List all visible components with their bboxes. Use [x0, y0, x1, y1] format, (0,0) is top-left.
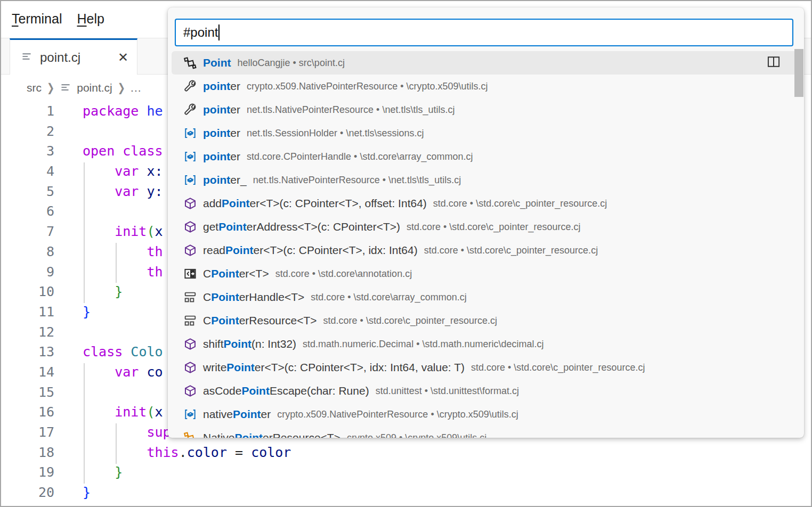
quickpick-item[interactable]: CPointerHandle<T>std.core • \std.core\ar…	[172, 285, 800, 309]
line-number: 8	[0, 242, 54, 262]
quickpick-item-detail: std.core • \std.core\c_pointer_resource.…	[407, 222, 788, 233]
line-number: 11	[0, 302, 54, 322]
line-number: 16	[0, 402, 54, 422]
quickpick-item-detail: crypto.x509.NativePointerResource • \cry…	[247, 81, 788, 92]
quickpick-item[interactable]: shiftPoint(n: Int32)std.math.numeric.Dec…	[172, 332, 800, 356]
quick-open-panel: #point PointhelloCangjie • src\point.cj …	[168, 7, 804, 438]
close-icon[interactable]: ✕	[118, 51, 128, 64]
code-text: sup	[83, 424, 171, 440]
quickpick-item-label: pointer	[203, 150, 240, 163]
tab-point-cj[interactable]: point.cj ✕	[10, 38, 137, 75]
menu-item-terminal[interactable]: Terminal	[4, 0, 69, 38]
symbol-method-icon	[184, 220, 197, 233]
code-text: var x:	[83, 163, 163, 179]
quickpick-item[interactable]: CPointer<T>std.core • \std.core\annotati…	[172, 262, 800, 285]
quickpick-item-detail: std.core • \std.core\annotation.cj	[275, 268, 788, 280]
symbol-struct-icon	[184, 291, 197, 304]
quickpick-item-label: CPointer<T>	[203, 267, 269, 280]
line-number: 3	[0, 141, 54, 161]
code-line[interactable]: 19 }	[0, 462, 812, 483]
text-caret	[218, 24, 220, 40]
symbol-property-icon	[184, 103, 197, 116]
indent-guide	[84, 363, 85, 484]
line-number: 5	[0, 182, 54, 202]
scrollbar-thumb[interactable]	[794, 49, 803, 97]
quickpick-item[interactable]: getPointerAddress<T>(c: CPointer<T>)std.…	[172, 215, 800, 239]
code-line[interactable]: 18 this.color = color	[0, 443, 812, 463]
indent-guide	[84, 162, 85, 303]
quickpick-item-detail: std.core.CPointerHandle • \std.core\arra…	[247, 151, 788, 162]
quickpick-item[interactable]: pointernet.tls.NativePointerResource • \…	[172, 98, 800, 121]
line-number: 1	[0, 101, 54, 121]
split-editor-icon[interactable]	[767, 55, 781, 71]
quickpick-item-label: writePointer<T>(c: CPointer<T>, idx: Int…	[203, 361, 465, 374]
line-number: 15	[0, 382, 54, 403]
symbol-class-orange-icon	[184, 431, 197, 438]
breadcrumb-item-src[interactable]: src	[27, 81, 42, 94]
quickpick-item[interactable]: pointercrypto.x509.NativePointerResource…	[172, 75, 800, 98]
quickpick-item[interactable]: pointer_net.tls.NativePointerResource • …	[172, 168, 800, 192]
code-text: init(x	[83, 224, 163, 239]
menu-item-help[interactable]: Help	[69, 0, 111, 38]
line-number: 19	[0, 462, 54, 483]
code-text: }	[83, 304, 91, 320]
quickpick-item-detail: std.core • \std.core\c_pointer_resource.…	[471, 362, 788, 373]
quick-open-query: #point	[183, 25, 218, 40]
line-number: 6	[0, 201, 54, 222]
quickpick-item-detail: std.core • \std.core\c_pointer_resource.…	[433, 198, 788, 209]
quickpick-item[interactable]: asCodePointEscape(char: Rune)std.unittes…	[172, 379, 800, 403]
quick-open-input[interactable]: #point	[175, 19, 793, 46]
code-text: th	[83, 244, 163, 259]
line-number: 18	[0, 443, 54, 463]
quickpick-item-detail: std.core • \std.core\array_common.cj	[311, 292, 788, 303]
line-number: 12	[0, 322, 54, 342]
quickpick-item[interactable]: NativePointerResource<T>crypto.x509 • \c…	[172, 426, 800, 438]
quickpick-item-detail: net.tls.SessionHolder • \net.tls\session…	[247, 128, 788, 139]
symbol-class-dark-icon	[184, 56, 197, 69]
code-text: class Colo	[83, 344, 163, 359]
line-number: 17	[0, 422, 54, 443]
line-number: 13	[0, 342, 54, 362]
quickpick-item-label: CPointerHandle<T>	[203, 291, 304, 304]
quickpick-item-detail: helloCangjie • src\point.cj	[238, 58, 767, 69]
symbol-method-icon	[184, 197, 197, 210]
symbol-method-icon	[184, 385, 197, 397]
symbol-method-icon	[184, 361, 197, 374]
breadcrumb-item-file[interactable]: point.cj	[77, 81, 112, 94]
symbol-struct-icon	[184, 314, 197, 327]
quickpick-item-label: readPointer<T>(c: CPointer<T>, idx: Int6…	[203, 244, 418, 257]
code-line[interactable]: 20}	[0, 483, 812, 503]
quickpick-item-label: asCodePointEscape(char: Rune)	[203, 385, 369, 397]
line-number: 10	[0, 282, 54, 302]
symbol-method-icon	[184, 244, 197, 257]
chevron-right-icon: ❯	[47, 81, 54, 95]
quickpick-item[interactable]: pointernet.tls.SessionHolder • \net.tls\…	[172, 121, 800, 145]
quickpick-item[interactable]: nativePointercrypto.x509.NativePointerRe…	[172, 403, 800, 426]
code-text: }	[83, 464, 123, 480]
quickpick-item[interactable]: CPointerResource<T>std.core • \std.core\…	[172, 309, 800, 332]
quickpick-item-detail: std.unittest • \std.unittest\format.cj	[376, 386, 788, 397]
code-text: }	[83, 485, 91, 500]
line-number: 7	[0, 222, 54, 242]
chevron-right-icon: ❯	[118, 81, 125, 95]
line-number: 14	[0, 362, 54, 382]
quickpick-item-label: pointer	[203, 80, 240, 93]
quickpick-item-label: addPointer<T>(c: CPointer<T>, offset: In…	[203, 197, 427, 210]
quickpick-item-detail: net.tls.NativePointerResource • \net.tls…	[253, 175, 788, 186]
code-text: th	[83, 264, 163, 280]
quickpick-item[interactable]: addPointer<T>(c: CPointer<T>, offset: In…	[172, 192, 800, 215]
quickpick-item-label: pointer	[203, 127, 240, 140]
quickpick-item-label: shiftPoint(n: Int32)	[203, 338, 296, 350]
quickpick-item-label: Point	[203, 56, 231, 69]
line-number: 20	[0, 483, 54, 503]
quickpick-item[interactable]: readPointer<T>(c: CPointer<T>, idx: Int6…	[172, 239, 800, 262]
breadcrumb-item-more[interactable]: ...	[131, 81, 142, 94]
code-text: init(x	[83, 404, 163, 420]
indent-guide	[116, 423, 117, 464]
quickpick-item-label: CPointerResource<T>	[203, 314, 317, 327]
quickpick-item-detail: crypto.x509 • \crypto.x509\utils.cj	[347, 432, 788, 438]
indent-guide	[116, 243, 117, 283]
quickpick-item[interactable]: pointerstd.core.CPointerHandle • \std.co…	[172, 145, 800, 168]
quickpick-item[interactable]: PointhelloCangjie • src\point.cj	[172, 51, 800, 75]
quickpick-item[interactable]: writePointer<T>(c: CPointer<T>, idx: Int…	[172, 356, 800, 379]
